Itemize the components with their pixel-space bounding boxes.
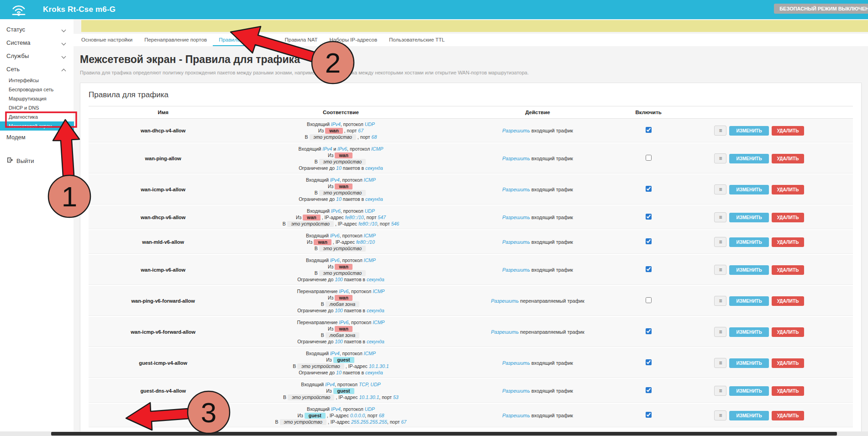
match-line: Влюбая зона [239, 332, 442, 338]
sort-handle-button[interactable]: ≡ [714, 126, 726, 136]
edit-button[interactable]: ИЗМЕНИТЬ [729, 358, 768, 368]
edit-button[interactable]: ИЗМЕНИТЬ [729, 265, 768, 275]
match-line: Изguest [239, 388, 442, 394]
match-text: Из [297, 413, 303, 418]
delete-button[interactable]: УДАЛИТЬ [772, 237, 805, 247]
delete-button[interactable]: УДАЛИТЬ [772, 126, 805, 136]
sort-handle-button[interactable]: ≡ [714, 386, 726, 396]
sidebar-item-сеть[interactable]: Сеть [0, 63, 74, 76]
match-value: Разрешить [491, 329, 519, 335]
column-header-соответствие: Соответствие [237, 106, 444, 119]
sort-handle-button[interactable]: ≡ [714, 296, 726, 306]
rule-enable-cell [631, 285, 666, 316]
traffic-rules-table: ИмяСоответствиеДействиеВключить wan-dhcp… [89, 106, 853, 428]
enable-checkbox[interactable] [646, 266, 652, 272]
sidebar-subitem-межсетевой-экран[interactable]: Межсетевой экран [0, 121, 74, 131]
rule-name-cell: guest-icmp-v4-allow [89, 347, 237, 378]
edit-button[interactable]: ИЗМЕНИТЬ [729, 154, 768, 163]
edit-button[interactable]: ИЗМЕНИТЬ [729, 386, 768, 396]
tab-основные-настройки[interactable]: Основные настройки [75, 34, 138, 46]
enable-checkbox[interactable] [646, 328, 652, 334]
sort-handle-button[interactable]: ≡ [714, 153, 726, 163]
delete-button[interactable]: УДАЛИТЬ [772, 154, 805, 163]
sort-handle-button[interactable]: ≡ [714, 410, 726, 420]
match-value: 53 [393, 394, 399, 400]
horizontal-scrollbar-thumb[interactable] [51, 432, 837, 436]
rule-match-cell: Входящий IPv4, протокол UDPИзwan, порт 6… [237, 119, 444, 143]
match-line: Входящий IPv6, протокол UDP [239, 208, 442, 214]
sidebar-item-статус[interactable]: Статус [0, 23, 74, 36]
sidebar-subitem-интерфейсы[interactable]: Интерфейсы [0, 76, 74, 85]
sidebar-item-label: Модем [6, 134, 26, 141]
sidebar-subitem-маршрутизация[interactable]: Маршрутизация [0, 94, 74, 103]
sidebar-item-модем[interactable]: Модем [0, 131, 74, 144]
logout-button[interactable]: Выйти [6, 157, 74, 165]
sidebar-subitem-беспроводная-сеть[interactable]: Беспроводная сеть [0, 85, 74, 94]
zone-badge-device: это устройство [319, 270, 366, 276]
match-value: IPv4 [322, 146, 332, 152]
sort-handle-button[interactable]: ≡ [714, 212, 726, 222]
column-header-действие: Действие [444, 106, 631, 119]
sidebar-item-службы[interactable]: Службы [0, 49, 74, 63]
tab-наборы-ip-адресов[interactable]: Наборы IP-адресов [324, 34, 384, 46]
enable-checkbox[interactable] [646, 214, 652, 220]
delete-button[interactable]: УДАЛИТЬ [772, 185, 805, 194]
edit-button[interactable]: ИЗМЕНИТЬ [729, 185, 768, 194]
edit-button[interactable]: ИЗМЕНИТЬ [729, 327, 768, 337]
match-value: 100 [335, 308, 343, 313]
enable-checkbox[interactable] [646, 387, 652, 393]
tab-пользовательские-ttl[interactable]: Пользовательские TTL [383, 34, 451, 46]
match-value: 10 [336, 370, 342, 375]
match-text: , протокол [340, 351, 364, 356]
match-text: Ограничение до [297, 277, 335, 282]
rule-buttons-cell: ≡ИЗМЕНИТЬУДАЛИТЬ [666, 205, 853, 230]
sidebar-subitem-диагностика[interactable]: Диагностика [0, 112, 74, 121]
edit-button[interactable]: ИЗМЕНИТЬ [729, 213, 768, 222]
match-text: входящий трафик [530, 187, 573, 192]
rule-action-cell: Разрешить входящий трафик [444, 174, 631, 205]
sidebar-item-система[interactable]: Система [0, 36, 74, 49]
tab-перенаправление-портов[interactable]: Перенаправление портов [138, 34, 213, 46]
delete-button[interactable]: УДАЛИТЬ [772, 386, 805, 396]
sidebar-subitem-dhcp-и-dns[interactable]: DHCP и DNS [0, 103, 74, 112]
edit-button[interactable]: ИЗМЕНИТЬ [729, 237, 768, 247]
enable-checkbox[interactable] [646, 186, 652, 192]
sort-handle-button[interactable]: ≡ [714, 327, 726, 337]
rule-enable-cell [631, 403, 666, 428]
match-value: Разрешить [491, 298, 519, 304]
sort-handle-button[interactable]: ≡ [714, 358, 726, 368]
sort-handle-button[interactable]: ≡ [714, 184, 726, 194]
delete-button[interactable]: УДАЛИТЬ [772, 296, 805, 306]
rule-name: guest-dns-v4-allow [90, 388, 236, 394]
rule-action-cell: Разрешить входящий трафик [444, 347, 631, 378]
enable-checkbox[interactable] [646, 127, 652, 133]
delete-button[interactable]: УДАЛИТЬ [772, 358, 805, 368]
sort-handle-button[interactable]: ≡ [714, 237, 726, 247]
zone-badge-device: любая зона [326, 301, 359, 307]
enable-checkbox[interactable] [646, 412, 652, 418]
rule-buttons-cell: ≡ИЗМЕНИТЬУДАЛИТЬ [666, 143, 853, 174]
delete-button[interactable]: УДАЛИТЬ [772, 411, 805, 420]
row-button-group: ≡ИЗМЕНИТЬУДАЛИТЬ [668, 265, 851, 275]
match-value: UDP [365, 208, 375, 214]
match-text: Входящий [306, 233, 330, 238]
safe-mode-badge[interactable]: БЕЗОПАСНЫЙ РЕЖИМ ВЫКЛЮЧЕН [774, 4, 868, 14]
delete-button[interactable]: УДАЛИТЬ [772, 327, 805, 337]
enable-checkbox[interactable] [646, 155, 652, 161]
enable-checkbox[interactable] [646, 238, 652, 244]
horizontal-scrollbar-track[interactable] [0, 431, 868, 436]
delete-button[interactable]: УДАЛИТЬ [772, 265, 805, 275]
tab-правила-nat[interactable]: Правила NAT [279, 34, 324, 46]
enable-checkbox[interactable] [646, 297, 652, 303]
enable-checkbox[interactable] [646, 359, 652, 365]
match-text: , протокол [348, 289, 373, 294]
row-button-group: ≡ИЗМЕНИТЬУДАЛИТЬ [668, 327, 851, 337]
sort-handle-button[interactable]: ≡ [714, 265, 726, 275]
edit-button[interactable]: ИЗМЕНИТЬ [729, 296, 768, 306]
edit-button[interactable]: ИЗМЕНИТЬ [729, 411, 768, 420]
row-button-group: ≡ИЗМЕНИТЬУДАЛИТЬ [668, 358, 851, 368]
delete-button[interactable]: УДАЛИТЬ [772, 213, 805, 222]
match-value: секунда [367, 308, 384, 313]
edit-button[interactable]: ИЗМЕНИТЬ [729, 126, 768, 136]
tab-правила-для-трафика[interactable]: Правила для трафика [213, 34, 279, 46]
